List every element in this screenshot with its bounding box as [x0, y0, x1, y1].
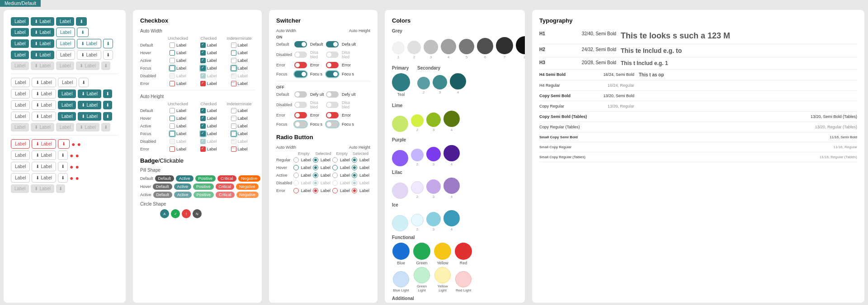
- badge-negative-active[interactable]: Negative: [236, 192, 259, 198]
- cb-box-f-c[interactable]: [200, 66, 206, 71]
- btn-teal-4[interactable]: Label: [11, 39, 29, 48]
- radio-btn-err-e1[interactable]: [293, 188, 299, 193]
- cb-ah-box-err-c[interactable]: [200, 146, 206, 152]
- sw-toggle-off-err-r[interactable]: [326, 112, 339, 118]
- cb-ah-box-d-c[interactable]: [200, 108, 206, 113]
- btn-disabled-3[interactable]: Label: [11, 123, 29, 131]
- cb-box-a-u[interactable]: [170, 58, 175, 63]
- btn-icon-only-9[interactable]: ⬇: [58, 150, 68, 160]
- cb-ah-box-h-u[interactable]: [170, 116, 175, 121]
- btn-ghost-1[interactable]: Label: [56, 50, 75, 60]
- btn-ghost-8[interactable]: ⬇: [58, 139, 70, 149]
- btn-outline-icon-2[interactable]: ⬇ Label: [77, 39, 101, 48]
- radio-btn-err-s1[interactable]: [313, 188, 318, 193]
- radio-btn-hov-e1[interactable]: [293, 165, 299, 170]
- cb-box-d-u[interactable]: [170, 42, 175, 48]
- btn-teal-icon-8[interactable]: ⬇ Label: [78, 112, 101, 121]
- btn-label-teal-2[interactable]: Label: [56, 17, 74, 26]
- badge-critical-active[interactable]: Critical: [216, 192, 235, 198]
- btn-teal-8[interactable]: Label: [58, 112, 76, 121]
- circle-badge-grey[interactable]: N: [193, 209, 202, 218]
- radio-btn-hov-e2[interactable]: [332, 165, 338, 170]
- circle-badge-red[interactable]: !: [182, 209, 191, 218]
- cb-ah-box-a-i[interactable]: [231, 123, 236, 129]
- btn-ghost-2[interactable]: Label: [11, 78, 30, 87]
- btn-ghost-icon-1[interactable]: ⬇ Label: [77, 50, 101, 60]
- cb-ah-box-h-c[interactable]: [200, 116, 206, 121]
- btn-disabled-4[interactable]: Label: [56, 123, 74, 131]
- circle-badge-green[interactable]: ✓: [171, 209, 180, 218]
- sw-toggle-on-focus-r[interactable]: [326, 71, 339, 77]
- btn-icon-teal-5[interactable]: ⬇ Label: [31, 51, 54, 59]
- btn-ghost-icon-4[interactable]: ⬇ Label: [32, 100, 56, 110]
- badge-default-active[interactable]: Default: [153, 192, 173, 198]
- cb-ah-box-d-u[interactable]: [170, 108, 175, 113]
- btn-ghost-5[interactable]: Label: [11, 100, 30, 110]
- badge-critical-hover[interactable]: Critical: [216, 183, 235, 190]
- btn-ghost-6[interactable]: Label: [11, 112, 30, 121]
- btn-outline-2[interactable]: Label: [56, 39, 75, 48]
- radio-btn-hov-s1[interactable]: [313, 165, 318, 170]
- badge-default-hover[interactable]: Default: [153, 183, 172, 190]
- btn-disabled-icon-1[interactable]: ⬇ Label: [31, 61, 54, 70]
- btn-icon-label-10[interactable]: ⬇ Label: [32, 162, 56, 171]
- cb-box-err-c[interactable]: [200, 81, 206, 86]
- btn-ghost-icon-only[interactable]: ⬇: [103, 50, 113, 60]
- sw-toggle-off-default[interactable]: [294, 91, 307, 98]
- cb-ah-box-a-c[interactable]: [200, 123, 206, 129]
- radio-btn-err-e2[interactable]: [332, 188, 338, 193]
- circle-badge-teal[interactable]: A: [160, 209, 169, 218]
- btn-icon-teal-4[interactable]: ⬇ Label: [31, 39, 54, 48]
- btn-outline-icon-1[interactable]: ⬇: [77, 28, 89, 37]
- cb-box-h-c[interactable]: [200, 50, 206, 56]
- btn-label-teal[interactable]: Label: [11, 17, 29, 26]
- btn-teal-5[interactable]: Label: [11, 51, 29, 59]
- cb-ah-box-err-i[interactable]: [231, 146, 236, 152]
- sw-toggle-on-err-r[interactable]: [326, 62, 339, 68]
- cb-box-err-u[interactable]: [170, 81, 175, 86]
- btn-teal-icon-only-2[interactable]: ⬇: [103, 101, 112, 109]
- cb-ah-box-d-i[interactable]: [231, 108, 236, 113]
- btn-icon-label-teal[interactable]: ⬇ Label: [31, 17, 54, 26]
- btn-teal-icon-only[interactable]: ⬇: [103, 89, 112, 98]
- badge-active-hover[interactable]: Active: [174, 183, 192, 190]
- btn-label-10[interactable]: Label: [11, 162, 30, 171]
- sw-toggle-on-default-r[interactable]: [326, 41, 339, 47]
- radio-btn-reg-s1[interactable]: [313, 157, 318, 163]
- btn-outline-icon-only[interactable]: ⬇: [103, 39, 113, 48]
- sw-toggle-on-err[interactable]: [294, 62, 307, 68]
- cb-ah-box-err-u[interactable]: [170, 146, 175, 152]
- btn-outline-1[interactable]: Label: [56, 28, 75, 37]
- btn-disabled-icon-only-2[interactable]: ⬇: [101, 123, 110, 131]
- btn-ghost-icon-3[interactable]: ⬇ Label: [32, 89, 56, 99]
- radio-btn-act-e2[interactable]: [332, 173, 338, 178]
- btn-disabled-icon-only[interactable]: ⬇: [101, 61, 110, 70]
- sw-toggle-off-focus[interactable]: [294, 121, 307, 127]
- sw-toggle-off-focus-r[interactable]: [326, 121, 339, 127]
- badge-active-active[interactable]: Active: [174, 192, 192, 198]
- radio-btn-act-e1[interactable]: [293, 173, 299, 178]
- cb-box-f-i[interactable]: [231, 66, 236, 71]
- cb-box-a-i[interactable]: [231, 58, 236, 63]
- btn-label-11[interactable]: Label: [11, 173, 30, 183]
- cb-ah-box-h-i[interactable]: [231, 116, 236, 121]
- btn-icon-label-11[interactable]: ⬇ Label: [32, 173, 56, 183]
- radio-btn-hov-s2[interactable]: [352, 165, 357, 170]
- badge-positive-hover[interactable]: Positive: [193, 183, 214, 190]
- radio-btn-act-s1[interactable]: [313, 173, 318, 178]
- btn-icon-label-teal-2[interactable]: ⬇: [76, 17, 87, 26]
- cb-ah-box-a-u[interactable]: [170, 123, 175, 129]
- btn-label-9[interactable]: Label: [11, 150, 30, 160]
- btn-ghost-3[interactable]: Label: [58, 78, 77, 87]
- btn-disabled-icon-3[interactable]: ⬇ Label: [31, 123, 54, 131]
- btn-disabled-icon-4[interactable]: ⬇ Label: [76, 123, 99, 131]
- btn-disabled-icon-2[interactable]: ⬇ Label: [76, 61, 99, 70]
- radio-btn-act-s2[interactable]: [352, 173, 357, 178]
- cb-box-err-i[interactable]: [231, 81, 236, 86]
- btn-icon-label-teal-3[interactable]: ⬇ Label: [31, 28, 54, 37]
- badge-positive-active[interactable]: Positive: [193, 192, 214, 198]
- radio-btn-reg-e1[interactable]: [293, 157, 299, 163]
- btn-disabled-icon-only-3[interactable]: ⬇: [56, 184, 65, 193]
- radio-btn-reg-e2[interactable]: [332, 157, 338, 163]
- badge-critical-1[interactable]: Critical: [217, 175, 236, 182]
